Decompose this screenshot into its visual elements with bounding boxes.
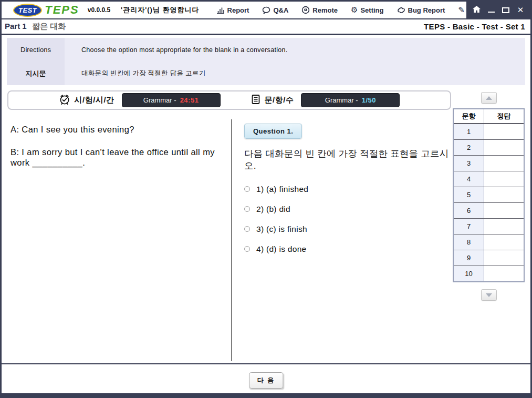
menu-item-qna[interactable]: Q&A <box>262 6 288 14</box>
answer-row-5: 5 <box>454 187 524 202</box>
directions-row-korean: 지시문 대화문의 빈칸에 가장 적절한 답을 고르기 <box>7 62 525 85</box>
scroll-up-button[interactable] <box>481 92 497 104</box>
answer-cell <box>484 156 524 171</box>
scroll-down-button[interactable] <box>481 289 497 301</box>
answer-row-8: 8 <box>454 234 524 250</box>
question-number-cell: 2 <box>454 140 484 155</box>
radio-icon[interactable] <box>244 186 250 192</box>
option-4[interactable]: 4) (d) is done <box>244 244 450 254</box>
minimize-icon <box>488 12 495 13</box>
directions-text-korean: 대화문의 빈칸에 가장 적절한 답을 고르기 <box>65 62 205 85</box>
count-value: 1/50 <box>362 96 376 104</box>
option-label: 4) (d) is done <box>256 244 307 254</box>
answer-row-6: 6 <box>454 202 524 218</box>
answer-cell <box>484 140 524 155</box>
minimize-button[interactable] <box>486 5 496 15</box>
test-logo-badge: TEST <box>13 4 42 17</box>
home-icon <box>472 5 481 15</box>
bar-chart-icon <box>216 6 225 14</box>
answer-table-header: 문항 정답 <box>454 109 524 124</box>
option-3[interactable]: 3) (c) is finish <box>244 224 450 234</box>
timer-value: 24:51 <box>180 96 199 104</box>
menu-item-setting[interactable]: ⚙ Setting <box>351 6 384 14</box>
triangle-up-icon <box>486 96 492 100</box>
maximize-icon <box>502 7 509 13</box>
timer-display: Grammar - 24:51 <box>122 93 221 107</box>
answer-cell <box>484 171 524 187</box>
top-menu: Report Q&A Remote ⚙ Setting <box>216 6 506 14</box>
dialogue-line-b: B: I am sorry but I can't leave the offi… <box>11 147 227 168</box>
menu-item-remote[interactable]: Remote <box>301 6 338 14</box>
answer-cell <box>484 187 524 202</box>
directions-label-korean: 지시문 <box>7 62 65 85</box>
alarm-clock-icon <box>59 94 70 107</box>
dialogue-line-a: A: Can I see you this evening? <box>11 124 227 135</box>
menu-label: Report <box>227 6 249 14</box>
pencil-icon: ✎ <box>458 6 465 14</box>
answer-row-4: 4 <box>454 171 524 187</box>
option-2[interactable]: 2) (b) did <box>244 205 450 214</box>
directions-box: Directions Choose the option most approp… <box>7 38 525 85</box>
exam-time-label: 시/험/시/간 <box>75 95 114 105</box>
answer-cell <box>484 203 524 218</box>
part-title: 짧은 대화 <box>32 22 66 30</box>
part-number: Part 1 <box>5 22 27 30</box>
home-button[interactable] <box>472 5 481 15</box>
remote-icon <box>301 6 310 14</box>
answer-row-10: 10 <box>454 266 524 281</box>
radio-icon[interactable] <box>244 226 250 232</box>
question-number-cell: 10 <box>454 266 484 281</box>
directions-row-english: Directions Choose the option most approp… <box>7 38 525 62</box>
window-controls: ✕ <box>466 1 530 19</box>
answer-row-3: 3 <box>454 155 524 171</box>
panel-divider <box>231 119 232 361</box>
question-number-cell: 5 <box>454 187 484 202</box>
question-number-cell: 3 <box>454 156 484 171</box>
directions-text-english: Choose the option most appropriate for t… <box>65 38 288 62</box>
question-number-cell: 6 <box>454 203 484 218</box>
count-section-label: Grammar - <box>325 96 358 104</box>
menu-item-bug-report[interactable]: Bug Report <box>397 6 445 14</box>
answer-column-header: 정답 <box>484 109 524 123</box>
welcome-message: '관리자'()님 환영합니다 <box>121 5 199 15</box>
menu-label: Setting <box>360 6 383 14</box>
options-list: 1) (a) finished 2) (b) did 3) (c) is fin… <box>244 185 450 254</box>
close-button[interactable]: ✕ <box>516 5 525 15</box>
test-set-label: TEPS - Basic - Test - Set 1 <box>424 22 525 31</box>
answer-cell <box>484 219 524 234</box>
answer-row-9: 9 <box>454 250 524 266</box>
question-number-button[interactable]: Question 1. <box>244 124 302 139</box>
radio-icon[interactable] <box>244 246 250 252</box>
answer-panel: Question 1. 다음 대화문의 빈 칸에 가장 적절한 표현을 고르시오… <box>244 124 450 264</box>
radio-icon[interactable] <box>244 206 250 212</box>
answer-cell <box>484 266 524 281</box>
gear-icon: ⚙ <box>351 6 358 14</box>
question-column-header: 문항 <box>454 109 484 123</box>
question-number-cell: 1 <box>454 124 484 139</box>
menu-label: Q&A <box>273 6 288 14</box>
close-icon: ✕ <box>517 5 524 15</box>
status-bar: 시/험/시/간 Grammar - 24:51 문/항/수 Grammar - … <box>7 90 451 110</box>
answer-sidebar: 문항 정답 1 2 3 4 5 <box>452 92 526 301</box>
timer-section-label: Grammar - <box>143 96 176 104</box>
maximize-button[interactable] <box>501 5 510 15</box>
title-bar: TEST TEPS v0.0.0.5 '관리자'()님 환영합니다 Report… <box>2 2 530 19</box>
speech-bubble-icon <box>262 6 270 14</box>
question-number-cell: 8 <box>454 234 484 250</box>
question-number-cell: 4 <box>454 171 484 187</box>
question-area: A: Can I see you this evening? B: I am s… <box>2 118 452 363</box>
document-icon <box>251 94 260 107</box>
menu-item-report[interactable]: Report <box>216 6 249 14</box>
directions-label: Directions <box>7 38 65 62</box>
question-instruction: 다음 대화문의 빈 칸에 가장 적절한 표현을 고르시오. <box>244 148 450 172</box>
teps-logo-text: TEPS <box>45 3 79 17</box>
answer-cell <box>484 250 524 266</box>
app-logo: TEST TEPS <box>13 3 79 17</box>
next-button[interactable]: 다 음 <box>249 372 283 389</box>
answer-row-7: 7 <box>454 218 524 234</box>
option-1[interactable]: 1) (a) finished <box>244 185 450 194</box>
menu-label: Bug Report <box>408 6 445 14</box>
question-number-cell: 7 <box>454 219 484 234</box>
app-window: TEST TEPS v0.0.0.5 '관리자'()님 환영합니다 Report… <box>0 0 532 398</box>
question-count-label: 문/항/수 <box>265 95 294 105</box>
